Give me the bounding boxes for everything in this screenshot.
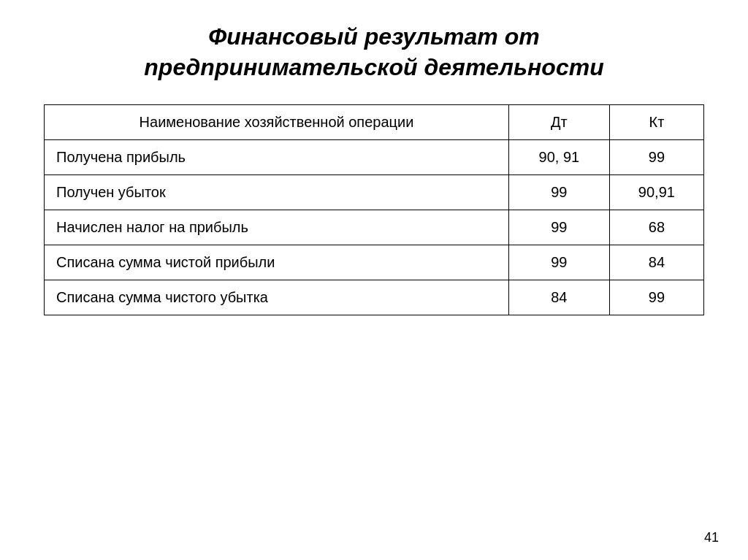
table-row: Начислен налог на прибыль9968: [45, 210, 704, 245]
row-dt: 99: [508, 175, 609, 210]
col-header-kt: Кт: [609, 105, 703, 140]
table-row: Получен убыток9990,91: [45, 175, 704, 210]
row-name: Получена прибыль: [45, 140, 509, 175]
col-header-dt: Дт: [508, 105, 609, 140]
row-name: Получен убыток: [45, 175, 509, 210]
row-name: Списана сумма чистого убытка: [45, 280, 509, 315]
row-kt: 99: [609, 140, 703, 175]
table-row: Списана сумма чистого убытка8499: [45, 280, 704, 315]
page-title: Финансовый результат от предпринимательс…: [144, 22, 603, 83]
row-dt: 90, 91: [508, 140, 609, 175]
row-dt: 99: [508, 245, 609, 280]
col-header-name: Наименование хозяйственной операции: [45, 105, 509, 140]
row-dt: 84: [508, 280, 609, 315]
row-name: Начислен налог на прибыль: [45, 210, 509, 245]
table-row: Получена прибыль90, 9199: [45, 140, 704, 175]
row-name: Списана сумма чистой прибыли: [45, 245, 509, 280]
row-kt: 90,91: [609, 175, 703, 210]
row-kt: 84: [609, 245, 703, 280]
row-dt: 99: [508, 210, 609, 245]
row-kt: 99: [609, 280, 703, 315]
financial-results-table: Наименование хозяйственной операции Дт К…: [44, 104, 704, 315]
page-number: 41: [704, 530, 719, 545]
row-kt: 68: [609, 210, 703, 245]
table-row: Списана сумма чистой прибыли9984: [45, 245, 704, 280]
